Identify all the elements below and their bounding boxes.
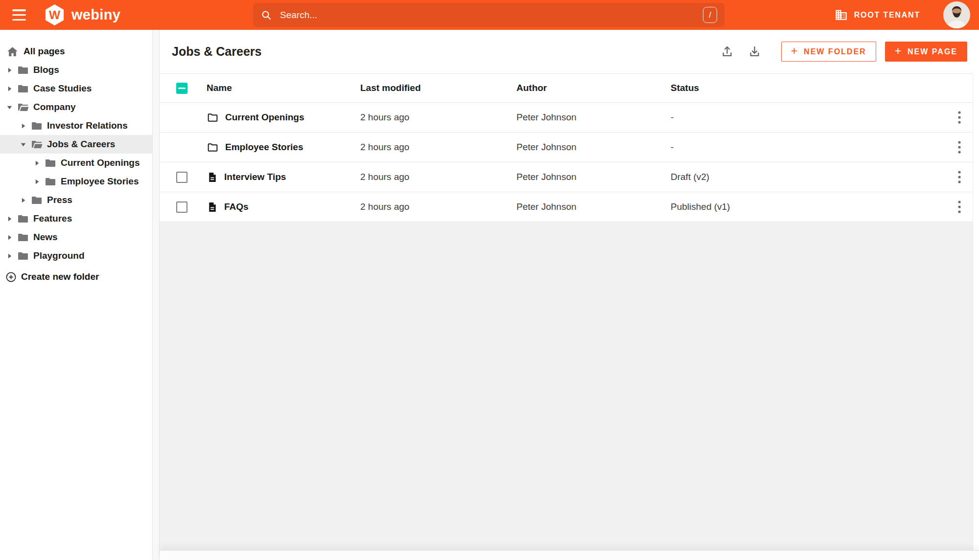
row-actions-kebab-icon[interactable] xyxy=(951,197,968,217)
table-row-employee-stories[interactable]: Employee Stories2 hours agoPeter Johnson… xyxy=(160,133,973,162)
plus-circle-icon xyxy=(5,271,17,283)
kebab-menu-icon xyxy=(957,140,961,155)
home-icon xyxy=(6,45,19,58)
sidebar-item-label: All pages xyxy=(23,46,65,57)
sidebar-item-employee-stories[interactable]: Employee Stories xyxy=(0,172,152,191)
folder-icon xyxy=(207,112,219,124)
create-folder-label: Create new folder xyxy=(21,271,99,282)
chevron-right-icon xyxy=(6,234,13,241)
hamburger-menu-icon[interactable] xyxy=(12,9,26,21)
chevron-right-icon xyxy=(20,197,26,203)
collapse-caret[interactable] xyxy=(6,104,13,111)
row-checkbox[interactable] xyxy=(176,172,187,183)
expand-caret[interactable] xyxy=(33,178,40,185)
sidebar-item-label: Press xyxy=(47,195,72,205)
page-list-panel: Jobs & Careers + NEW FOLDER + NEW PAGE xyxy=(160,30,979,560)
expand-caret[interactable] xyxy=(6,67,13,73)
expand-caret[interactable] xyxy=(6,85,13,92)
import-upload-button[interactable] xyxy=(717,42,738,62)
new-folder-label: NEW FOLDER xyxy=(804,47,866,56)
webiny-logo[interactable]: W webiny xyxy=(43,3,120,26)
row-status: Published (v1) xyxy=(671,202,940,212)
row-author: Peter Johnson xyxy=(516,112,671,123)
row-actions-kebab-icon[interactable] xyxy=(951,108,968,127)
sidebar-item-label: Current Openings xyxy=(61,157,140,168)
folder-icon xyxy=(45,176,56,187)
row-name: Employee Stories xyxy=(225,142,303,153)
sidebar-item-case-studies[interactable]: Case Studies xyxy=(0,79,152,98)
new-folder-button[interactable]: + NEW FOLDER xyxy=(781,42,876,62)
folder-icon xyxy=(31,120,43,132)
row-actions-kebab-icon[interactable] xyxy=(951,137,968,157)
row-name: Interview Tips xyxy=(224,172,286,182)
sidebar-item-blogs[interactable]: Blogs xyxy=(0,61,152,79)
row-checkbox[interactable] xyxy=(176,202,187,213)
sidebar-item-label: Case Studies xyxy=(33,83,92,94)
svg-text:W: W xyxy=(49,8,61,22)
user-avatar[interactable] xyxy=(943,1,970,28)
folder-icon xyxy=(17,250,29,262)
sidebar-item-features[interactable]: Features xyxy=(0,209,152,228)
horizontal-scrollbar-track[interactable] xyxy=(160,550,979,560)
download-icon xyxy=(748,45,761,58)
sidebar-item-label: Employee Stories xyxy=(61,176,139,187)
avatar-photo xyxy=(943,1,970,28)
collapse-caret[interactable] xyxy=(20,141,26,148)
column-header-name: Name xyxy=(207,83,360,93)
search-shortcut-badge: / xyxy=(703,7,717,23)
row-name: FAQs xyxy=(224,202,249,212)
column-header-last-modified: Last modified xyxy=(360,83,516,93)
sidebar-item-news[interactable]: News xyxy=(0,228,152,246)
content-header: Jobs & Careers + NEW FOLDER + NEW PAGE xyxy=(160,30,979,73)
tenant-selector[interactable]: ROOT TENANT xyxy=(835,0,920,30)
expand-caret[interactable] xyxy=(6,234,13,241)
row-status: - xyxy=(671,142,940,153)
plus-icon: + xyxy=(791,45,797,57)
select-all-checkbox[interactable] xyxy=(176,83,187,94)
table-row-faqs[interactable]: FAQs2 hours agoPeter JohnsonPublished (v… xyxy=(160,192,973,222)
row-author: Peter Johnson xyxy=(516,172,671,182)
new-page-label: NEW PAGE xyxy=(908,47,957,56)
sidebar-item-jobs-careers[interactable]: Jobs & Careers xyxy=(0,135,152,154)
folder-icon xyxy=(31,194,43,206)
row-author: Peter Johnson xyxy=(516,202,671,212)
expand-caret[interactable] xyxy=(20,122,26,129)
chevron-right-icon xyxy=(34,160,40,166)
new-page-button[interactable]: + NEW PAGE xyxy=(885,42,967,62)
folder-icon xyxy=(207,141,219,154)
webiny-hexagon-icon: W xyxy=(43,3,66,26)
sidebar-item-playground[interactable]: Playground xyxy=(0,246,152,265)
folder-icon xyxy=(45,157,56,169)
search-placeholder: Search... xyxy=(280,10,703,21)
sidebar-item-current-openings[interactable]: Current Openings xyxy=(0,154,152,172)
chevron-right-icon xyxy=(6,216,13,222)
sidebar-item-all-pages[interactable]: All pages xyxy=(0,42,152,61)
row-actions-kebab-icon[interactable] xyxy=(951,167,968,187)
sidebar-item-company[interactable]: Company xyxy=(0,98,152,116)
expand-caret[interactable] xyxy=(20,197,26,203)
export-download-button[interactable] xyxy=(745,42,765,62)
page-document-icon xyxy=(207,172,218,183)
expand-caret[interactable] xyxy=(33,159,40,166)
table-row-current-openings[interactable]: Current Openings2 hours agoPeter Johnson… xyxy=(160,103,973,133)
table-row-interview-tips[interactable]: Interview Tips2 hours agoPeter JohnsonDr… xyxy=(160,162,973,192)
folder-tree-sidebar: All pages BlogsCase StudiesCompanyInvest… xyxy=(0,30,153,560)
header-actions: + NEW FOLDER + NEW PAGE xyxy=(717,30,967,73)
folder-icon xyxy=(17,64,29,76)
expand-caret[interactable] xyxy=(6,252,13,259)
sidebar-item-label: News xyxy=(33,232,58,243)
expand-caret[interactable] xyxy=(6,215,13,222)
content-scrollbar-track[interactable] xyxy=(973,73,979,550)
search-input[interactable]: Search... / xyxy=(253,3,724,27)
row-last-modified: 2 hours ago xyxy=(360,172,516,182)
brand-wordmark: webiny xyxy=(71,7,120,23)
create-new-folder-button[interactable]: Create new folder xyxy=(0,268,152,286)
sidebar-item-investor-relations[interactable]: Investor Relations xyxy=(0,116,152,135)
sidebar-scrollbar-track[interactable] xyxy=(153,30,160,560)
chevron-right-icon xyxy=(6,67,13,73)
kebab-menu-icon xyxy=(957,200,961,214)
folder-open-icon xyxy=(31,138,43,150)
sidebar-item-press[interactable]: Press xyxy=(0,191,152,209)
row-status: - xyxy=(671,112,940,123)
sidebar-item-label: Company xyxy=(33,102,76,112)
